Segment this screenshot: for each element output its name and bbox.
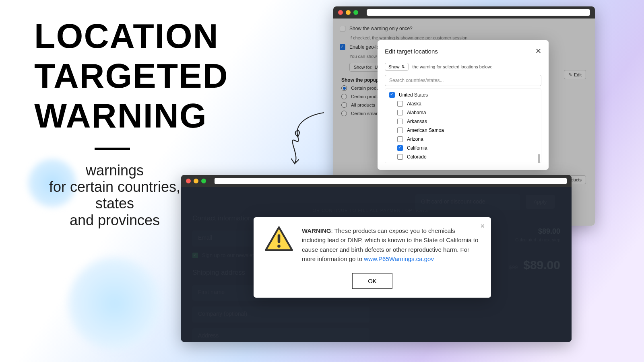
url-bar[interactable] xyxy=(215,178,567,184)
window-titlebar xyxy=(181,175,572,187)
close-window-icon[interactable] xyxy=(338,10,343,15)
state-checkbox[interactable] xyxy=(397,145,403,151)
state-item[interactable]: Alaska xyxy=(396,99,538,108)
state-item[interactable]: Arizona xyxy=(396,135,538,144)
state-name: Alabama xyxy=(407,110,426,115)
state-checkbox[interactable] xyxy=(397,136,403,142)
state-name: American Samoa xyxy=(407,128,444,133)
state-item[interactable]: Colorado xyxy=(396,152,538,161)
state-item[interactable]: Arkansas xyxy=(396,117,538,126)
p65-link[interactable]: www.P65Warnings.ca.gov xyxy=(364,255,434,262)
arrow-icon xyxy=(286,111,330,167)
modal-hint: the warning for selected locations below… xyxy=(413,64,492,69)
state-checkbox[interactable] xyxy=(397,128,403,133)
state-name: California xyxy=(407,145,427,151)
subheading: warnings for certain countries, states a… xyxy=(34,162,195,229)
minimize-window-icon[interactable] xyxy=(194,179,198,183)
decorative-blob xyxy=(68,257,161,350)
warning-modal: × WARNING: These products can expose you… xyxy=(254,217,491,298)
state-item[interactable]: California xyxy=(396,144,538,152)
country-name: United States xyxy=(399,92,428,98)
state-checkbox[interactable] xyxy=(397,110,403,115)
state-checkbox[interactable] xyxy=(397,119,403,124)
headline: LOCATION TARGETED WARNING xyxy=(34,16,227,136)
state-item[interactable]: Alabama xyxy=(396,108,538,117)
scrollbar-thumb[interactable] xyxy=(538,154,540,163)
divider xyxy=(95,148,130,150)
headline-line: TARGETED xyxy=(34,56,227,96)
state-checkbox[interactable] xyxy=(397,101,403,107)
edit-locations-modal: Edit target locations ✕ Show ⇅ the warni… xyxy=(378,40,549,170)
country-checkbox[interactable] xyxy=(389,92,395,98)
url-bar[interactable] xyxy=(367,9,590,16)
state-name: Alaska xyxy=(407,101,421,107)
state-item[interactable]: American Samoa xyxy=(396,126,538,135)
modal-title: Edit target locations xyxy=(385,48,438,55)
state-name: Arkansas xyxy=(407,119,427,124)
state-name: Arizona xyxy=(407,136,423,142)
location-list[interactable]: United States AlaskaAlabamaArkansasAmeri… xyxy=(385,88,541,163)
close-icon[interactable]: ✕ xyxy=(535,47,541,56)
warning-icon xyxy=(265,226,293,252)
headline-line: LOCATION xyxy=(34,16,227,56)
minimize-window-icon[interactable] xyxy=(346,10,351,15)
maximize-window-icon[interactable] xyxy=(353,10,358,15)
ok-button[interactable]: OK xyxy=(352,273,392,289)
svg-rect-0 xyxy=(278,234,281,243)
state-checkbox[interactable] xyxy=(397,154,403,160)
maximize-window-icon[interactable] xyxy=(201,179,206,183)
window-titlebar xyxy=(333,6,595,19)
chevron-updown-icon: ⇅ xyxy=(402,65,405,69)
location-search-input[interactable]: Search countries/states... xyxy=(385,75,541,86)
warning-text: WARNING: These products can expose you t… xyxy=(302,226,480,263)
close-window-icon[interactable] xyxy=(186,179,191,183)
state-name: Colorado xyxy=(407,154,427,160)
action-select[interactable]: Show ⇅ xyxy=(385,63,409,71)
headline-line: WARNING xyxy=(34,96,227,136)
svg-point-1 xyxy=(277,245,281,248)
close-icon[interactable]: × xyxy=(480,222,485,230)
